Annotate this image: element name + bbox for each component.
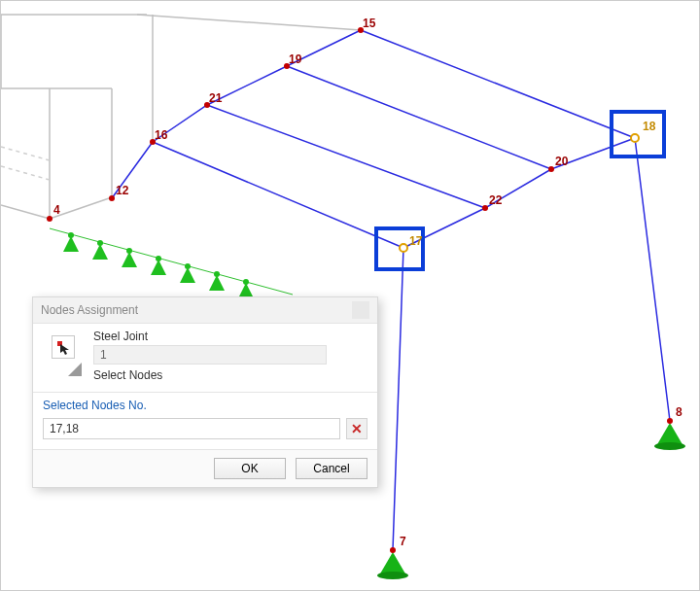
svg-line-14 — [207, 105, 485, 208]
svg-point-23 — [97, 240, 103, 246]
svg-point-31 — [214, 271, 220, 277]
canvas-stage: 4 12 16 21 19 15 20 22 17 18 7 8 Nodes A… — [0, 0, 700, 591]
svg-marker-22 — [92, 244, 108, 260]
svg-point-29 — [185, 263, 191, 269]
svg-line-15 — [153, 142, 403, 248]
svg-point-40 — [150, 139, 156, 145]
svg-point-38 — [47, 216, 52, 222]
steel-joint-field: 1 — [93, 345, 327, 365]
dialog-title: Nodes Assignment — [41, 303, 138, 317]
svg-line-19 — [50, 228, 293, 295]
svg-point-42 — [284, 63, 290, 69]
svg-line-4 — [1, 205, 50, 219]
selected-nodes-input[interactable] — [43, 418, 340, 439]
svg-marker-24 — [122, 252, 137, 267]
svg-marker-20 — [63, 236, 79, 252]
dialog-titlebar[interactable]: Nodes Assignment — [33, 297, 377, 323]
support-small — [63, 232, 254, 298]
svg-line-16 — [112, 142, 153, 198]
pick-cursor-icon[interactable] — [52, 335, 75, 359]
close-icon[interactable] — [352, 301, 369, 319]
svg-marker-28 — [180, 267, 195, 283]
svg-point-33 — [243, 279, 249, 285]
svg-point-41 — [204, 102, 210, 108]
svg-point-43 — [358, 27, 364, 33]
svg-point-35 — [377, 572, 408, 579]
clear-selection-button[interactable]: ✕ — [346, 418, 368, 439]
svg-marker-26 — [151, 260, 166, 275]
svg-line-12 — [361, 30, 635, 138]
svg-point-39 — [109, 195, 115, 201]
svg-point-49 — [631, 134, 639, 142]
steel-joint-label: Steel Joint — [93, 330, 368, 343]
svg-line-17 — [393, 248, 403, 550]
dropdown-triangle-icon[interactable] — [68, 363, 82, 376]
svg-point-37 — [654, 442, 685, 450]
svg-line-13 — [287, 66, 551, 169]
svg-line-6 — [137, 15, 361, 30]
selected-nodes-header: Selected Nodes No. — [43, 399, 368, 412]
nodes-assignment-dialog: Nodes Assignment Steel Joint 1 Select No… — [32, 296, 378, 488]
select-nodes-label: Select Nodes — [93, 368, 368, 382]
svg-point-25 — [126, 248, 132, 254]
svg-line-10 — [1, 147, 50, 160]
svg-point-46 — [390, 547, 396, 553]
svg-line-18 — [635, 138, 670, 421]
svg-line-9 — [50, 197, 112, 219]
svg-marker-30 — [209, 275, 225, 291]
svg-point-27 — [156, 256, 161, 261]
svg-point-21 — [68, 232, 74, 238]
svg-point-47 — [667, 418, 673, 424]
svg-point-44 — [548, 166, 554, 172]
supports-row — [50, 228, 293, 295]
svg-point-45 — [482, 205, 488, 211]
cancel-button[interactable]: Cancel — [296, 458, 368, 479]
svg-line-11 — [1, 166, 50, 180]
ok-button[interactable]: OK — [214, 458, 286, 479]
svg-point-48 — [400, 244, 407, 252]
